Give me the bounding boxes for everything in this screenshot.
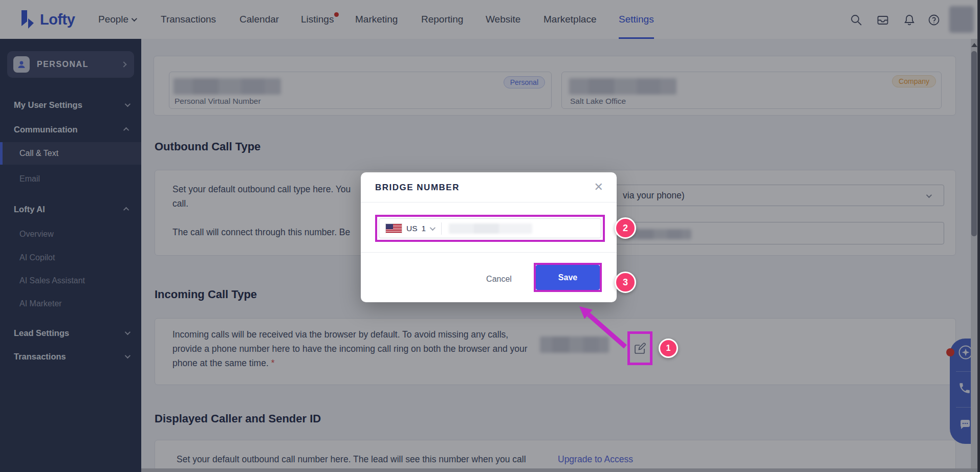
modal-title: BRIDGE NUMBER — [375, 183, 460, 193]
annotation-step-1: 1 — [659, 339, 678, 358]
divider — [361, 252, 617, 253]
close-icon[interactable]: ✕ — [594, 181, 603, 194]
country-code: US — [406, 224, 418, 233]
cancel-button[interactable]: Cancel — [476, 270, 522, 288]
lofty-app: Lofty People Transactions Calendar Listi… — [0, 0, 980, 472]
chevron-down-icon[interactable] — [430, 224, 435, 230]
us-flag-icon — [385, 223, 402, 233]
annotation-box-save: Save — [534, 263, 602, 292]
dial-code: 1 — [422, 224, 426, 233]
redacted-phone-value — [449, 223, 532, 234]
divider — [361, 202, 617, 203]
save-button[interactable]: Save — [536, 265, 600, 290]
annotation-box-phone-input: US 1 — [375, 215, 605, 242]
bridge-number-input[interactable]: US 1 — [379, 218, 601, 238]
divider — [441, 222, 442, 235]
bridge-number-modal: BRIDGE NUMBER ✕ US 1 Cancel Save — [361, 172, 617, 302]
annotation-step-2: 2 — [615, 217, 636, 239]
annotation-arrow — [572, 302, 634, 353]
annotation-step-3: 3 — [615, 272, 636, 293]
